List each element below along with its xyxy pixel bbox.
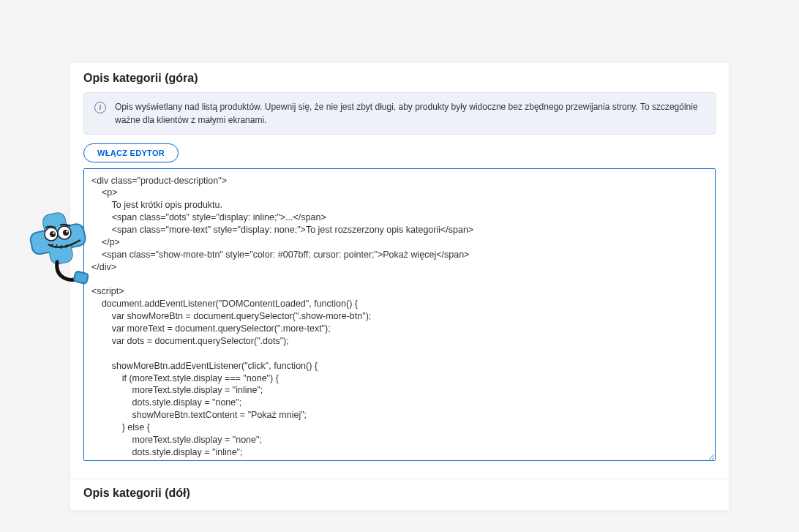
info-text: Opis wyświetlany nad listą produktów. Up… <box>115 100 705 127</box>
svg-point-7 <box>53 232 55 234</box>
code-textarea[interactable] <box>83 168 716 461</box>
section-bottom-title: Opis kategorii (dół) <box>70 479 729 510</box>
svg-point-5 <box>50 231 56 237</box>
mascot-illustration <box>20 209 94 293</box>
svg-point-6 <box>63 230 69 236</box>
svg-rect-9 <box>73 271 89 284</box>
category-description-panel: Opis kategorii (góra) i Opis wyświetlany… <box>70 63 729 510</box>
svg-point-8 <box>66 231 68 233</box>
section-top-title: Opis kategorii (góra) <box>70 63 729 92</box>
info-icon: i <box>94 102 106 113</box>
info-box: i Opis wyświetlany nad listą produktów. … <box>83 92 716 135</box>
enable-editor-button[interactable]: WŁĄCZ EDYTOR <box>83 143 179 162</box>
